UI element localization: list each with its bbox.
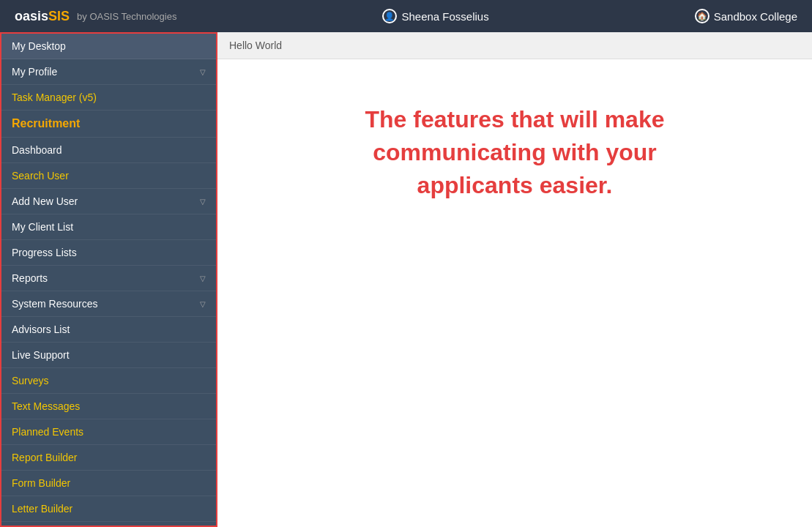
sidebar-item-my-client-list[interactable]: My Client List [1, 214, 216, 240]
sidebar-item-label-advisors-list: Advisors List [12, 324, 70, 335]
sidebar-item-task-manager[interactable]: Task Manager (v5) [1, 85, 216, 111]
chevron-icon-system-resources: ▽ [200, 300, 206, 308]
sidebar-item-report-builder[interactable]: Report Builder [1, 445, 216, 471]
logo-by: by OASIS Technologies [77, 11, 176, 22]
header-user: 👤 Sheena Fosselius [382, 9, 488, 23]
sidebar-item-add-new-user[interactable]: Add New User▽ [1, 189, 216, 214]
hero-line3: applicants easier. [417, 172, 613, 198]
logo: oasisSIS by OASIS Technologies [15, 9, 176, 24]
sidebar-item-reports[interactable]: Reports▽ [1, 266, 216, 291]
hero-line1: The features that will make [365, 106, 664, 132]
logo-text: oasisSIS [15, 9, 70, 24]
sidebar-item-form-builder[interactable]: Form Builder [1, 471, 216, 496]
sidebar-item-label-reports: Reports [12, 272, 48, 284]
sidebar-item-my-desktop[interactable]: My Desktop [1, 34, 216, 59]
home-icon: 🏠 [695, 9, 709, 23]
app-header: oasisSIS by OASIS Technologies 👤 Sheena … [0, 0, 812, 32]
sidebar-item-label-report-builder: Report Builder [12, 452, 78, 463]
sidebar-item-surveys[interactable]: Surveys [1, 368, 216, 394]
sidebar-item-live-support[interactable]: Live Support [1, 343, 216, 368]
user-icon: 👤 [382, 9, 397, 23]
sidebar-item-label-dashboard: Dashboard [12, 144, 62, 156]
chevron-icon-reports: ▽ [200, 274, 206, 283]
sidebar-item-system-resources[interactable]: System Resources▽ [1, 291, 216, 317]
sidebar-item-recruitment[interactable]: Recruitment [1, 111, 216, 138]
sidebar-item-label-live-support: Live Support [12, 349, 70, 361]
sidebar-item-label-task-manager: Task Manager (v5) [12, 91, 97, 103]
sidebar-item-label-letter-builder: Letter Builder [12, 503, 72, 515]
user-name: Sheena Fosselius [401, 10, 488, 23]
sidebar-item-dashboard[interactable]: Dashboard [1, 138, 216, 163]
sidebar-item-label-my-client-list: My Client List [12, 221, 73, 233]
sidebar-item-text-messages[interactable]: Text Messages [1, 394, 216, 419]
sidebar-item-custom-contact[interactable]: Custom Contact [1, 522, 216, 527]
sidebar-item-label-surveys: Surveys [12, 375, 49, 386]
sidebar-item-planned-events[interactable]: Planned Events [1, 419, 216, 445]
sidebar-item-label-add-new-user: Add New User [12, 195, 78, 207]
sidebar-item-letter-builder[interactable]: Letter Builder [1, 496, 216, 522]
sidebar-item-label-recruitment: Recruitment [12, 117, 80, 130]
breadcrumb: Hello World [217, 32, 812, 59]
sidebar-item-search-user[interactable]: Search User [1, 163, 216, 189]
sidebar-item-label-search-user: Search User [12, 170, 69, 182]
content-area: Hello World The features that will make … [217, 32, 812, 527]
sidebar-item-progress-lists[interactable]: Progress Lists [1, 240, 216, 266]
chevron-icon-my-profile: ▽ [200, 68, 206, 76]
header-college: 🏠 Sandbox College [695, 9, 797, 23]
sidebar-item-my-profile[interactable]: My Profile▽ [1, 59, 216, 85]
chevron-icon-add-new-user: ▽ [200, 198, 206, 206]
sidebar-item-label-planned-events: Planned Events [12, 426, 83, 438]
sidebar-item-label-my-profile: My Profile [12, 66, 57, 78]
hero-line2: communicating with your [373, 139, 657, 165]
hero-text: The features that will make communicatin… [365, 103, 664, 201]
sidebar-item-label-system-resources: System Resources [12, 298, 97, 310]
sidebar: My DesktopMy Profile▽Task Manager (v5)Re… [0, 32, 217, 527]
logo-sis: SIS [48, 9, 70, 23]
logo-oasis: oasis [15, 9, 48, 23]
sidebar-item-label-form-builder: Form Builder [12, 477, 70, 489]
sidebar-item-label-my-desktop: My Desktop [12, 40, 66, 52]
sidebar-item-advisors-list[interactable]: Advisors List [1, 317, 216, 343]
sidebar-item-label-text-messages: Text Messages [12, 400, 80, 412]
college-name: Sandbox College [714, 10, 797, 23]
sidebar-item-label-progress-lists: Progress Lists [12, 247, 77, 258]
content-body: The features that will make communicatin… [217, 59, 812, 231]
main-layout: My DesktopMy Profile▽Task Manager (v5)Re… [0, 32, 812, 527]
